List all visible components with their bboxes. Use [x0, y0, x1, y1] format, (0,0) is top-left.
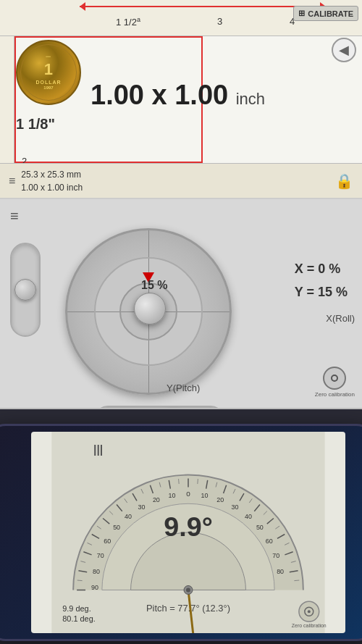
- zero-calibration-button[interactable]: Zero calibration: [315, 367, 355, 398]
- side-bubble: [14, 279, 36, 301]
- protractor-section: 0 10 20 30 40 50 60 70: [0, 409, 362, 644]
- svg-text:50: 50: [113, 524, 120, 531]
- svg-text:70: 70: [272, 552, 279, 559]
- level-section: ≡ 15 % X =: [0, 199, 362, 409]
- sub-measurement: 1 1/8": [16, 116, 55, 133]
- ruler-arrow-left: [80, 2, 85, 11]
- svg-text:9.9°: 9.9°: [164, 511, 213, 542]
- svg-text:40: 40: [125, 513, 132, 520]
- svg-text:50: 50: [256, 524, 264, 531]
- side-level-indicator: [10, 243, 41, 337]
- svg-text:60: 60: [266, 538, 273, 545]
- svg-text:Pitch = 77.7° (12.3°): Pitch = 77.7° (12.3°): [146, 603, 230, 614]
- svg-text:20: 20: [216, 496, 224, 503]
- info-bar-text: 25.3 x 25.3 mm 1.00 x 1.00 inch: [21, 168, 83, 194]
- hamburger-menu-icon[interactable]: ≡: [10, 208, 19, 225]
- calibrate-button[interactable]: ⊞ CALIBRATE: [293, 6, 358, 21]
- svg-point-59: [186, 587, 190, 592]
- info-bar: ≡ 25.3 x 25.3 mm 1.00 x 1.00 inch 🔒: [0, 163, 362, 198]
- calibrate-label: CALIBRATE: [308, 9, 353, 18]
- svg-text:10: 10: [169, 492, 176, 499]
- xy-readout: X = 0 % Y = 15 %: [295, 257, 348, 304]
- ruler-section: 1 1/2a 3 4 ⚙ ⊞ CALIBRATE 一 1 DOLLAR 1997…: [0, 0, 362, 199]
- calibrate-icon: ⊞: [298, 9, 305, 18]
- svg-text:80: 80: [93, 568, 100, 575]
- back-button[interactable]: ◀: [332, 38, 356, 62]
- svg-text:90: 90: [91, 584, 98, 591]
- svg-text:10: 10: [201, 492, 208, 499]
- ruler-top-bar: 1 1/2a 3 4 ⚙ ⊞ CALIBRATE: [0, 0, 362, 36]
- main-measurement: 1.00 x 1.00 inch: [90, 80, 265, 111]
- y-value: Y = 15 %: [295, 280, 348, 304]
- ruler-tick-3: 3: [217, 16, 222, 27]
- circle-middle: [94, 257, 203, 366]
- y-pitch-label: Y(Pitch): [167, 382, 200, 393]
- main-bubble: [134, 293, 166, 325]
- phone-screen: 0 10 20 30 40 50 60 70: [31, 432, 345, 633]
- svg-text:80.1 deg.: 80.1 deg.: [62, 614, 95, 623]
- svg-text:30: 30: [232, 503, 239, 511]
- svg-text:40: 40: [245, 513, 252, 520]
- svg-text:0: 0: [186, 490, 190, 498]
- ruler-tick-1half: 1 1/2a: [116, 16, 140, 28]
- zero-calib-icon: [323, 367, 346, 390]
- svg-text:30: 30: [138, 503, 145, 511]
- menu-lines-icon: ≡: [9, 175, 15, 188]
- svg-text:70: 70: [97, 552, 104, 559]
- circle-outer: [65, 228, 232, 395]
- svg-text:60: 60: [104, 538, 111, 545]
- circular-level: [65, 228, 232, 395]
- phone-frame: 0 10 20 30 40 50 60 70: [0, 424, 362, 641]
- svg-text:|||: |||: [93, 443, 103, 456]
- svg-text:80: 80: [277, 568, 284, 575]
- lock-icon[interactable]: 🔒: [335, 172, 353, 190]
- protractor-svg: 0 10 20 30 40 50 60 70: [31, 432, 345, 633]
- svg-text:9.9 deg.: 9.9 deg.: [62, 604, 90, 613]
- x-roll-label: X(Roll): [326, 313, 355, 324]
- ruler-red-line: [80, 6, 326, 7]
- svg-text:Zero calibration: Zero calibration: [292, 623, 327, 628]
- percent-15-label: 15 %: [141, 279, 167, 292]
- coin-image: 一 1 DOLLAR 1997: [16, 40, 81, 105]
- x-value: X = 0 %: [295, 257, 348, 280]
- svg-point-67: [308, 610, 311, 613]
- svg-text:20: 20: [153, 496, 160, 503]
